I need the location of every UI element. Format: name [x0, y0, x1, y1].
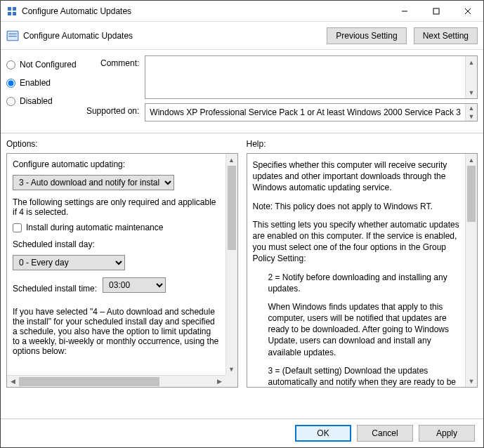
radio-enabled[interactable]: Enabled	[6, 78, 81, 88]
ok-button[interactable]: OK	[295, 425, 351, 442]
dialog-footer: OK Cancel Apply	[295, 425, 475, 442]
help-vertical-scrollbar[interactable]: ▲ ▼	[465, 154, 477, 387]
help-text: When Windows finds updates that apply to…	[268, 301, 460, 358]
options-pane: Options: Configure automatic updating: 2…	[6, 139, 238, 388]
help-header: Help:	[247, 139, 478, 149]
options-box: Configure automatic updating: 2 - Notify…	[6, 153, 238, 388]
configure-updating-select[interactable]: 2 - Notify for download and notify for i…	[13, 175, 174, 190]
scrollbar-thumb[interactable]	[228, 166, 236, 250]
supported-scrollbar[interactable]: ▲ ▼	[465, 104, 477, 121]
scroll-down-icon[interactable]: ▼	[466, 375, 477, 387]
cancel-button[interactable]: Cancel	[357, 425, 413, 442]
divider	[1, 419, 483, 419]
options-note: The following settings are only required…	[13, 197, 220, 217]
configure-label: Configure automatic updating:	[13, 159, 220, 169]
scrollbar-thumb[interactable]	[19, 377, 159, 386]
day-label: Scheduled install day:	[13, 239, 220, 249]
comment-textarea[interactable]: ▲ ▼	[145, 55, 478, 99]
scroll-down-icon[interactable]: ▼	[466, 86, 477, 98]
svg-rect-6	[8, 36, 16, 37]
close-button[interactable]	[452, 1, 483, 21]
scroll-up-icon[interactable]: ▲	[466, 154, 477, 166]
scroll-right-icon[interactable]: ▶	[214, 376, 225, 387]
apply-button[interactable]: Apply	[419, 425, 475, 442]
help-text: 3 = (Default setting) Download the updat…	[268, 365, 460, 387]
help-text: Specifies whether this computer will rec…	[253, 159, 460, 194]
supported-on-text: Windows XP Professional Service Pack 1 o…	[145, 107, 465, 117]
options-header: Options:	[6, 139, 238, 149]
scroll-corner	[225, 375, 237, 387]
radio-not-configured[interactable]: Not Configured	[6, 60, 81, 70]
svg-rect-5	[8, 33, 16, 34]
scrollbar-thumb[interactable]	[467, 166, 476, 222]
radio-disabled[interactable]: Disabled	[6, 96, 81, 106]
svg-rect-1	[433, 8, 439, 14]
install-day-select[interactable]: 0 - Every day1 - Every Sunday2 - Every M…	[13, 255, 125, 270]
sub-title: Configure Automatic Updates	[23, 31, 133, 41]
titlebar: Configure Automatic Updates	[1, 1, 483, 22]
supported-on-box: Windows XP Professional Service Pack 1 o…	[145, 103, 478, 121]
scroll-down-icon[interactable]: ▼	[466, 112, 477, 121]
supported-label: Supported on:	[81, 103, 145, 121]
comment-label: Comment:	[81, 55, 145, 99]
minimize-button[interactable]	[388, 1, 420, 21]
sub-header: Configure Automatic Updates Previous Set…	[1, 22, 483, 50]
help-text: This setting lets you specify whether au…	[253, 219, 460, 265]
help-box: Specifies whether this computer will rec…	[247, 153, 478, 388]
previous-setting-button[interactable]: Previous Setting	[327, 27, 406, 44]
options-horizontal-scrollbar[interactable]: ◀ ▶	[7, 375, 225, 387]
help-text: 2 = Notify before downloading and instal…	[268, 272, 460, 294]
options-footnote: If you have selected "4 – Auto download …	[13, 307, 220, 356]
policy-icon	[6, 29, 19, 42]
help-text: Note: This policy does not apply to Wind…	[253, 201, 460, 212]
comment-scrollbar[interactable]: ▲ ▼	[465, 56, 477, 98]
scroll-down-icon[interactable]: ▼	[226, 363, 237, 375]
install-time-select[interactable]: 00:0001:0002:0003:0004:0005:00	[103, 277, 166, 293]
maintenance-checkbox[interactable]: Install during automatic maintenance	[13, 223, 220, 232]
window-title: Configure Automatic Updates	[22, 6, 388, 16]
help-pane: Help: Specifies whether this computer wi…	[247, 139, 478, 388]
state-radio-group: Not Configured Enabled Disabled	[6, 55, 81, 126]
options-vertical-scrollbar[interactable]: ▲ ▼	[225, 154, 237, 375]
time-label: Scheduled install time:	[13, 284, 97, 294]
app-icon	[6, 6, 18, 17]
maximize-button[interactable]	[420, 1, 452, 21]
scroll-left-icon[interactable]: ◀	[7, 376, 19, 387]
next-setting-button[interactable]: Next Setting	[414, 27, 478, 44]
scroll-up-icon[interactable]: ▲	[226, 154, 237, 166]
scroll-up-icon[interactable]: ▲	[466, 56, 477, 68]
scroll-up-icon[interactable]: ▲	[466, 104, 477, 112]
